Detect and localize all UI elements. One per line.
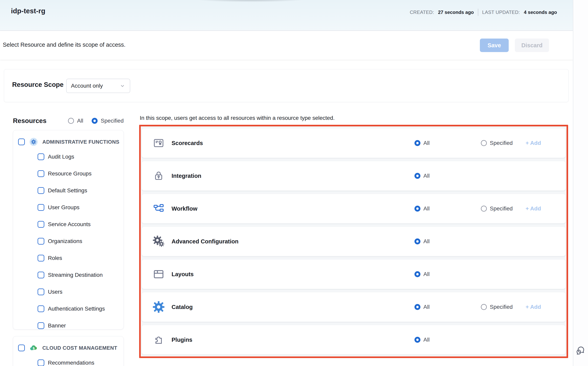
resources-radio-specified[interactable]: Specified — [92, 118, 124, 124]
resource-types-box: ScorecardsAllSpecified+ AddIntegrationAl… — [139, 125, 568, 358]
svg-text:$: $ — [33, 347, 35, 350]
resource-group-card: ADMINISTRATIVE FUNCTIONSAudit LogsResour… — [13, 130, 124, 329]
resource-type-checkbox[interactable] — [38, 322, 44, 329]
group-checkbox[interactable] — [18, 344, 25, 351]
resource-type-list-item[interactable]: Authentication Settings — [13, 300, 124, 317]
radio-all-icon[interactable] — [414, 271, 420, 277]
resource-type-row-label: Plugins — [171, 337, 193, 343]
resource-type-label: Audit Logs — [48, 154, 74, 160]
page-title: idp-test-rg — [11, 7, 45, 15]
radio-specified-icon[interactable] — [481, 140, 487, 146]
meta-divider — [478, 9, 478, 16]
row-radio-specified[interactable]: Specified — [481, 140, 513, 146]
resource-type-checkbox[interactable] — [38, 204, 44, 211]
resources-header: Resources All Specified — [13, 115, 124, 127]
resource-type-checkbox[interactable] — [38, 289, 44, 295]
radio-all-icon[interactable] — [414, 337, 420, 343]
row-radio-all[interactable]: All — [414, 271, 430, 277]
chat-support-icon[interactable] — [575, 344, 587, 356]
right-gutter — [573, 0, 588, 366]
group-checkbox[interactable] — [18, 138, 25, 145]
add-button[interactable]: + Add — [524, 205, 542, 212]
radio-all-label: All — [423, 140, 430, 146]
resource-group-name: CLOUD COST MANAGEMENT — [42, 345, 117, 351]
resource-type-list-item[interactable]: Banner — [13, 317, 124, 334]
resource-type-row: IntegrationAll — [142, 161, 565, 191]
resource-type-row: Advanced ConfigurationAll — [142, 227, 565, 256]
row-radio-all[interactable]: All — [414, 304, 430, 310]
radio-all-label: All — [423, 206, 430, 212]
resource-type-list-item[interactable]: Service Accounts — [13, 216, 124, 233]
radio-all-icon[interactable] — [414, 173, 420, 179]
save-button[interactable]: Save — [480, 38, 509, 52]
resource-scope-dropdown[interactable]: Account only — [66, 79, 130, 93]
radio-specified-icon[interactable] — [481, 304, 487, 310]
resource-type-checkbox[interactable] — [38, 221, 44, 228]
resource-type-checkbox[interactable] — [38, 305, 44, 312]
resource-type-label: Default Settings — [48, 187, 87, 194]
resource-type-list-item[interactable]: Resource Groups — [13, 165, 124, 182]
resource-type-list-item[interactable]: Streaming Destination — [13, 267, 124, 283]
resources-title: Resources — [13, 117, 46, 125]
add-button[interactable]: + Add — [524, 140, 542, 146]
radio-specified-label: Specified — [490, 206, 513, 212]
radio-all-label: All — [423, 304, 430, 310]
resource-type-row-label: Scorecards — [171, 140, 203, 146]
top-shadow-artifact — [175, 0, 326, 3]
radio-all-icon[interactable] — [414, 206, 420, 212]
resource-type-row-label: Workflow — [171, 206, 197, 212]
resource-type-label: Roles — [48, 255, 62, 261]
action-bar-description: Select Resource and define its scope of … — [3, 42, 125, 48]
radio-all-icon[interactable] — [414, 140, 420, 146]
resource-type-row-label: Advanced Configuration — [171, 238, 239, 245]
scorecard-icon — [153, 137, 164, 149]
radio-all-icon[interactable] — [414, 238, 420, 244]
radio-all-label: All — [423, 173, 430, 179]
last-updated-label: LAST UPDATED: — [482, 9, 520, 15]
resource-type-checkbox[interactable] — [38, 170, 44, 177]
add-button[interactable]: + Add — [524, 304, 542, 310]
radio-specified-icon[interactable] — [92, 118, 98, 124]
discard-button[interactable]: Discard — [515, 38, 549, 52]
resource-group-header: ADMINISTRATIVE FUNCTIONS — [13, 130, 124, 148]
resource-group-card: $CLOUD COST MANAGEMENTRecommendations — [13, 336, 124, 366]
scope-description: In this scope, users get access to all r… — [140, 115, 334, 121]
gear-badge-icon — [29, 137, 38, 146]
resource-type-checkbox[interactable] — [38, 187, 44, 194]
resource-type-checkbox[interactable] — [38, 238, 44, 244]
radio-all-icon[interactable] — [414, 304, 420, 310]
chevron-down-icon — [119, 83, 125, 89]
resource-type-checkbox[interactable] — [38, 359, 44, 366]
row-radio-all[interactable]: All — [414, 238, 430, 244]
radio-specified-icon[interactable] — [481, 206, 487, 212]
resource-type-label: Streaming Destination — [48, 272, 103, 278]
resource-type-label: Users — [48, 289, 62, 295]
workflow-icon — [153, 203, 164, 214]
row-radio-specified[interactable]: Specified — [481, 304, 513, 310]
radio-all-label: All — [423, 271, 430, 277]
row-radio-all[interactable]: All — [414, 173, 430, 179]
radio-all-icon[interactable] — [68, 118, 74, 124]
resource-type-list-item[interactable]: Audit Logs — [13, 148, 124, 165]
row-radio-all[interactable]: All — [414, 206, 430, 212]
resource-group-header: $CLOUD COST MANAGEMENT — [13, 336, 124, 354]
resource-type-list-item[interactable]: Roles — [13, 250, 124, 267]
resource-type-checkbox[interactable] — [38, 272, 44, 278]
row-radio-all[interactable]: All — [414, 337, 430, 343]
resource-type-list-item[interactable]: User Groups — [13, 199, 124, 216]
resource-scope-label: Resource Scope — [12, 81, 64, 88]
resource-type-checkbox[interactable] — [38, 255, 44, 261]
resource-type-list-item[interactable]: Organizations — [13, 233, 124, 250]
row-radio-all[interactable]: All — [414, 140, 430, 146]
resource-type-label: Banner — [48, 322, 66, 329]
resources-radio-all[interactable]: All — [68, 118, 83, 124]
resource-type-checkbox[interactable] — [38, 153, 44, 160]
action-bar: Select Resource and define its scope of … — [0, 31, 573, 60]
resource-type-label: Authentication Settings — [48, 305, 105, 312]
resource-type-row: PluginsAll — [142, 325, 565, 354]
resource-type-list-item[interactable]: Default Settings — [13, 182, 124, 199]
resource-type-row-label: Layouts — [171, 271, 193, 278]
row-radio-specified[interactable]: Specified — [481, 206, 513, 212]
resource-type-list-item[interactable]: Users — [13, 283, 124, 300]
resource-type-list-item[interactable]: Recommendations — [13, 354, 124, 366]
